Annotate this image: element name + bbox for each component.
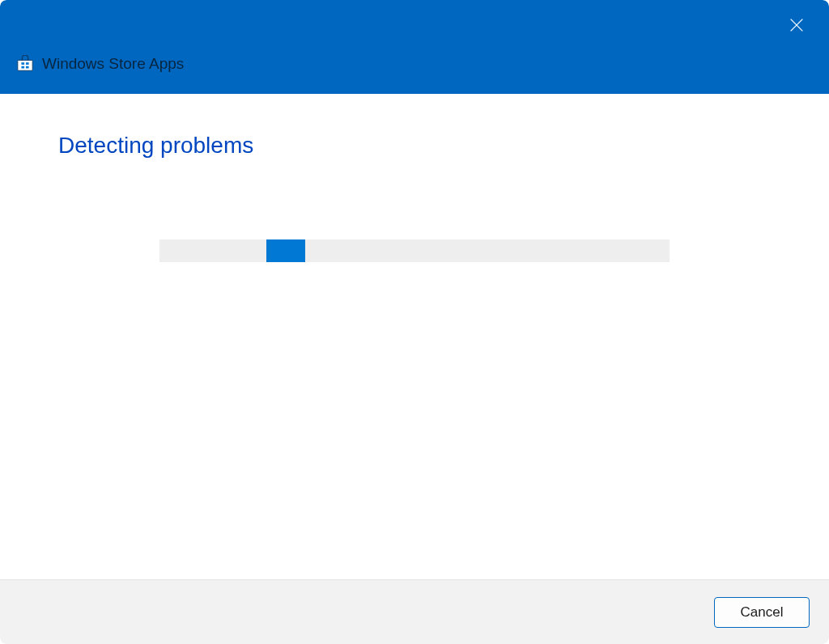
window-title: Windows Store Apps [42, 55, 184, 73]
troubleshooter-window: Windows Store Apps Detecting problems Ca… [0, 0, 829, 644]
progress-bar [159, 239, 670, 262]
store-icon [16, 55, 34, 73]
svg-rect-3 [21, 62, 24, 65]
svg-rect-6 [26, 66, 29, 69]
page-heading: Detecting problems [58, 133, 771, 159]
svg-rect-2 [18, 60, 32, 70]
svg-rect-5 [21, 66, 24, 69]
titlebar-title-wrap: Windows Store Apps [16, 55, 184, 73]
footer: Cancel [0, 579, 829, 644]
close-icon [788, 16, 806, 36]
svg-rect-4 [26, 62, 29, 65]
content-area: Detecting problems [0, 94, 829, 579]
titlebar: Windows Store Apps [0, 0, 829, 94]
close-button[interactable] [782, 11, 811, 40]
progress-wrap [58, 239, 771, 262]
cancel-button[interactable]: Cancel [714, 597, 810, 628]
progress-indicator [266, 239, 305, 262]
